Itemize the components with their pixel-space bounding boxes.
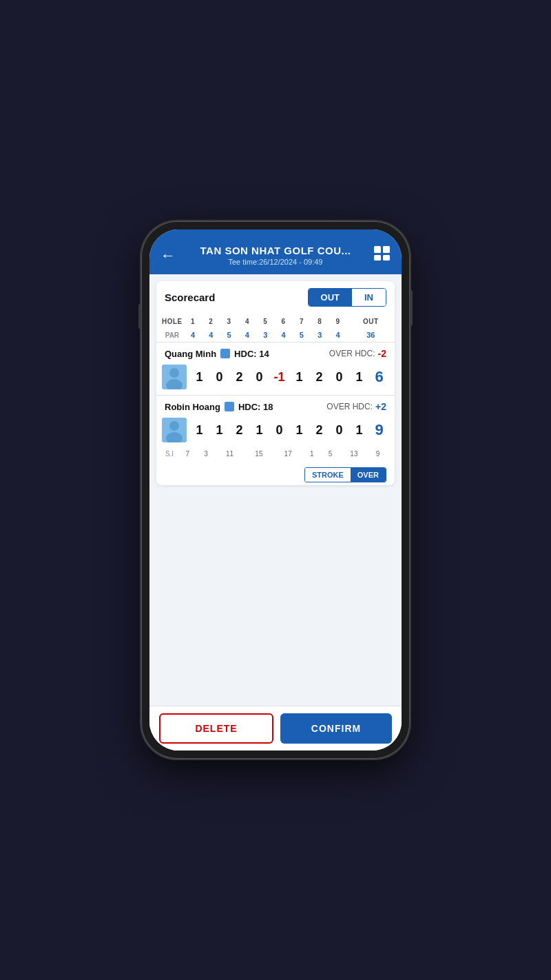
p2-total: 9	[371, 421, 388, 439]
par-6: 4	[274, 328, 292, 342]
bottom-buttons: DELETE CONFIRM	[149, 706, 402, 751]
svg-point-5	[169, 368, 179, 378]
phone-screen: ← TAN SON NHAT GOLF COU... Tee time:26/1…	[149, 229, 402, 751]
player1-scores-row: 1 0 2 0 -1 1 2 0 1 6	[156, 362, 395, 395]
player2-over-hdc-val: +2	[375, 401, 386, 412]
par-8: 3	[311, 328, 329, 342]
toggle-section: STROKE OVER	[156, 462, 395, 485]
p1-total: 6	[371, 368, 388, 386]
par-row: PAR 4 4 5 4 3 4 5 3 4 36	[156, 328, 395, 342]
phone-frame: ← TAN SON NHAT GOLF COU... Tee time:26/1…	[141, 221, 410, 759]
p2-s9: 1	[351, 423, 368, 438]
player1-hdc: HDC: 14	[234, 349, 269, 359]
svg-rect-2	[374, 255, 381, 261]
si-7: 5	[321, 448, 340, 462]
p1-s6: 1	[291, 370, 309, 385]
hole-6: 6	[274, 314, 292, 328]
p1-s5: -1	[271, 370, 289, 385]
par-out-total: 36	[347, 328, 395, 342]
p2-s4: 1	[251, 423, 269, 438]
p2-s1: 1	[191, 423, 209, 438]
si-8: 13	[340, 448, 368, 462]
p2-s5: 0	[271, 423, 289, 438]
si-6: 1	[302, 448, 321, 462]
scorecard-header: Scorecard OUT IN	[156, 281, 395, 314]
hole-out: OUT	[347, 314, 395, 328]
si-label: S.I	[156, 448, 178, 462]
hole-5: 5	[256, 314, 274, 328]
header-center: TAN SON NHAT GOLF COU... Tee time:26/12/…	[181, 245, 370, 266]
player1-over-hdc: OVER HDC: -2	[329, 348, 386, 359]
p1-s7: 2	[311, 370, 329, 385]
player1-name: Quang Minh	[165, 349, 216, 359]
p2-s6: 1	[291, 423, 309, 438]
player2-info-row: Robin Hoang HDC: 18 OVER HDC: +2	[156, 396, 395, 415]
hole-9: 9	[329, 314, 346, 328]
volume-button	[138, 304, 141, 329]
p2-s7: 2	[311, 423, 329, 438]
stroke-over-toggle: STROKE OVER	[304, 467, 386, 482]
stroke-toggle[interactable]: STROKE	[305, 468, 351, 482]
player1-score-cells: 1 0 2 0 -1 1 2 0 1 6	[189, 368, 389, 386]
si-1: 7	[178, 448, 197, 462]
scorecard-label: Scorecard	[165, 292, 215, 303]
player2-scores-row: 1 1 2 1 0 1 2 0 1 9	[156, 415, 395, 448]
hole-label: HOLE	[156, 314, 184, 328]
p1-s2: 0	[211, 370, 229, 385]
si-5: 17	[273, 448, 302, 462]
main-content: Scorecard OUT IN HOLE 1 2 3 4	[149, 274, 402, 751]
player2-name-hdc: Robin Hoang HDC: 18	[165, 402, 273, 412]
par-2: 4	[202, 328, 220, 342]
tee-time: Tee time:26/12/2024 - 09:49	[181, 258, 370, 266]
power-button	[410, 290, 413, 326]
hole-2: 2	[202, 314, 220, 328]
app-header: ← TAN SON NHAT GOLF COU... Tee time:26/1…	[149, 239, 402, 274]
hole-3: 3	[220, 314, 238, 328]
si-3: 11	[215, 448, 244, 462]
player1-section: Quang Minh HDC: 14 OVER HDC: -2	[156, 342, 395, 395]
confirm-button[interactable]: CONFIRM	[280, 713, 392, 744]
back-button[interactable]: ←	[160, 247, 181, 265]
player2-over-hdc: OVER HDC: +2	[326, 401, 386, 412]
svg-rect-0	[374, 246, 381, 253]
p1-s3: 2	[231, 370, 249, 385]
player2-hdc: HDC: 18	[238, 402, 273, 412]
player1-avatar	[162, 365, 187, 389]
tab-group: OUT IN	[308, 288, 386, 307]
p1-s4: 0	[251, 370, 269, 385]
p1-s8: 0	[331, 370, 349, 385]
par-1: 4	[184, 328, 202, 342]
content-spacer	[149, 485, 402, 706]
scorecard-container: Scorecard OUT IN HOLE 1 2 3 4	[156, 281, 395, 485]
svg-rect-1	[383, 246, 390, 253]
status-bar	[149, 229, 402, 239]
player2-name: Robin Hoang	[165, 402, 220, 412]
layout-icon[interactable]	[370, 246, 391, 265]
player2-avatar	[162, 418, 187, 442]
svg-point-8	[169, 421, 179, 431]
si-table: S.I 7 3 11 15 17 1 5 13 9	[156, 448, 395, 462]
si-4: 15	[245, 448, 273, 462]
si-2: 3	[197, 448, 216, 462]
player1-over-hdc-val: -2	[378, 348, 386, 359]
par-9: 4	[329, 328, 346, 342]
player1-info-row: Quang Minh HDC: 14 OVER HDC: -2	[156, 343, 395, 362]
hole-4: 4	[238, 314, 256, 328]
hole-row: HOLE 1 2 3 4 5 6 7 8 9 OUT	[156, 314, 395, 328]
p2-s3: 2	[231, 423, 249, 438]
tab-out[interactable]: OUT	[309, 289, 352, 306]
par-label: PAR	[156, 328, 184, 342]
over-toggle[interactable]: OVER	[351, 468, 386, 482]
player1-name-hdc: Quang Minh HDC: 14	[165, 349, 269, 359]
delete-button[interactable]: DELETE	[159, 713, 273, 744]
player2-score-cells: 1 1 2 1 0 1 2 0 1 9	[189, 421, 389, 439]
hole-8: 8	[311, 314, 329, 328]
par-7: 5	[293, 328, 311, 342]
hole-7: 7	[293, 314, 311, 328]
player2-section: Robin Hoang HDC: 18 OVER HDC: +2	[156, 395, 395, 448]
course-title: TAN SON NHAT GOLF COU...	[181, 245, 370, 256]
tab-in[interactable]: IN	[352, 289, 386, 306]
par-4: 4	[238, 328, 256, 342]
score-table: HOLE 1 2 3 4 5 6 7 8 9 OUT	[156, 314, 395, 342]
par-3: 5	[220, 328, 238, 342]
